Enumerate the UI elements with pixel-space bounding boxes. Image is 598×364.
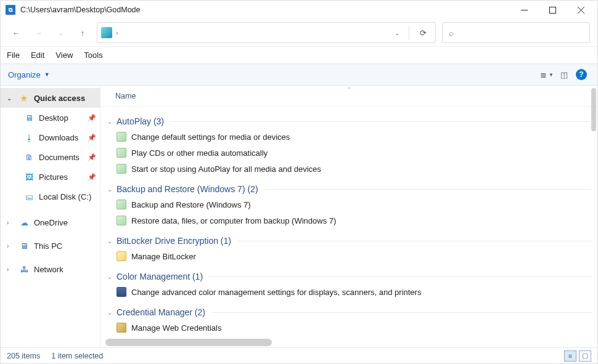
sidebar-item-network[interactable]: › 🖧 Network	[1, 259, 100, 279]
titlebar: ⧉ C:\Users\avram\Desktop\GodMode	[1, 1, 597, 19]
maximize-button[interactable]	[538, 1, 567, 19]
group-header[interactable]: ⌄BitLocker Drive Encryption (1)	[105, 233, 592, 248]
sidebar-item-desktop[interactable]: 🖥 Desktop 📌	[1, 108, 100, 127]
pin-icon: 📌	[88, 114, 96, 122]
help-button[interactable]: ?	[573, 66, 590, 83]
item-label: Manage Web Credentials	[131, 323, 221, 333]
group-header[interactable]: ⌄Color Management (1)	[105, 269, 592, 284]
horizontal-scrollbar[interactable]	[105, 339, 272, 346]
group-header[interactable]: ⌄AutoPlay (3)	[105, 114, 592, 129]
control-panel-icon	[117, 251, 126, 261]
status-selection: 1 item selected	[51, 352, 103, 360]
forward-button[interactable]: →	[30, 25, 46, 41]
item-label: Start or stop using AutoPlay for all med…	[131, 164, 321, 174]
sidebar-item-documents[interactable]: 🗎 Documents 📌	[1, 147, 100, 167]
list-item[interactable]: Restore data, files, or computer from ba…	[105, 212, 592, 229]
control-panel-icon	[117, 323, 126, 333]
item-label: Change advanced color management setting…	[131, 288, 421, 297]
download-icon: ⭳	[24, 132, 34, 142]
star-icon: ★	[19, 93, 29, 103]
control-panel-icon	[117, 216, 126, 225]
recent-dropdown[interactable]: ⌄	[52, 25, 68, 41]
sidebar-item-downloads[interactable]: ⭳ Downloads 📌	[1, 127, 100, 147]
address-bar[interactable]: › ⌄ ⟳	[97, 22, 436, 43]
list-item[interactable]: Change default settings for media or dev…	[105, 129, 592, 145]
explorer-window: ⧉ C:\Users\avram\Desktop\GodMode ← → ⌄ ↑…	[0, 0, 598, 364]
menubar: File Edit View Tools	[1, 46, 597, 63]
address-dropdown-icon[interactable]: ⌄	[390, 30, 404, 36]
pin-icon: 📌	[88, 153, 96, 161]
chevron-down-icon: ⌄	[105, 238, 114, 245]
group-header[interactable]: ⌄Backup and Restore (Windows 7) (2)	[105, 182, 592, 196]
view-options-button[interactable]: ≣ ▼	[538, 66, 555, 83]
pin-icon: 📌	[88, 173, 96, 181]
breadcrumb-separator-icon: ›	[116, 29, 118, 36]
close-button[interactable]	[567, 1, 595, 19]
control-panel-icon	[117, 287, 126, 297]
navigation-pane: ⌄ ★ Quick access 🖥 Desktop 📌 ⭳ Downloads…	[1, 86, 100, 347]
drive-icon: 🖴	[24, 192, 34, 201]
group-name: AutoPlay (3)	[117, 116, 164, 126]
app-icon: ⧉	[6, 5, 15, 15]
thumbnails-view-button[interactable]: ▢	[579, 350, 591, 362]
column-header-name[interactable]: ˄ Name	[100, 86, 597, 107]
command-bar: Organize ▼ ≣ ▼ ◫ ?	[1, 63, 597, 86]
details-view-button[interactable]: ≡	[564, 350, 576, 362]
up-button[interactable]: ↑	[75, 25, 91, 41]
control-panel-icon	[117, 164, 126, 174]
pictures-icon: 🖼	[24, 172, 34, 182]
network-icon: 🖧	[19, 264, 29, 274]
item-label: Change default settings for media or dev…	[131, 132, 290, 142]
chevron-right-icon: ›	[7, 219, 14, 226]
search-icon: ⌕	[449, 28, 454, 38]
control-panel-icon	[117, 132, 126, 142]
cloud-icon: ☁	[19, 217, 29, 227]
list-icon: ≣	[540, 70, 547, 79]
document-icon: 🗎	[24, 152, 34, 162]
list-item[interactable]: Change advanced color management setting…	[105, 284, 592, 300]
search-input[interactable]: ⌕	[442, 22, 590, 43]
svg-rect-1	[549, 7, 555, 13]
sidebar-item-this-pc[interactable]: › 🖥 This PC	[1, 236, 100, 256]
sort-ascending-icon: ˄	[348, 87, 351, 93]
menu-file[interactable]: File	[7, 51, 20, 60]
refresh-button[interactable]: ⟳	[414, 28, 432, 38]
chevron-right-icon: ›	[7, 243, 14, 249]
status-item-count: 205 items	[7, 352, 40, 360]
list-item[interactable]: Manage Web Credentials	[105, 320, 592, 336]
control-panel-icon	[117, 200, 126, 209]
group-name: BitLocker Drive Encryption (1)	[117, 236, 231, 246]
back-button[interactable]: ←	[8, 25, 24, 41]
sidebar-quick-access[interactable]: ⌄ ★ Quick access	[1, 88, 100, 108]
group-header[interactable]: ⌄Credential Manager (2)	[105, 305, 592, 320]
chevron-down-icon: ⌄	[7, 95, 14, 102]
nav-toolbar: ← → ⌄ ↑ › ⌄ ⟳ ⌕	[1, 19, 597, 46]
preview-pane-button[interactable]: ◫	[555, 66, 573, 83]
sidebar-item-local-disk[interactable]: 🖴 Local Disk (C:)	[1, 187, 100, 206]
chevron-down-icon: ⌄	[105, 309, 114, 316]
minimize-button[interactable]	[510, 1, 538, 19]
list-item[interactable]: Backup and Restore (Windows 7)	[105, 196, 592, 212]
item-list: ⌄AutoPlay (3)Change default settings for…	[100, 107, 592, 347]
menu-edit[interactable]: Edit	[31, 51, 44, 60]
menu-view[interactable]: View	[55, 51, 73, 60]
chevron-down-icon: ⌄	[105, 186, 114, 193]
sidebar-item-pictures[interactable]: 🖼 Pictures 📌	[1, 167, 100, 187]
chevron-down-icon: ▼	[44, 71, 50, 78]
chevron-down-icon: ⌄	[105, 118, 114, 125]
menu-tools[interactable]: Tools	[84, 51, 102, 60]
group-name: Color Management (1)	[117, 272, 203, 281]
chevron-right-icon: ›	[7, 266, 14, 273]
status-bar: 205 items 1 item selected ≡ ▢	[1, 347, 597, 363]
control-panel-icon	[117, 148, 126, 158]
organize-button[interactable]: Organize ▼	[8, 70, 50, 79]
window-title: C:\Users\avram\Desktop\GodMode	[20, 6, 141, 14]
list-item[interactable]: Start or stop using AutoPlay for all med…	[105, 161, 592, 177]
pane-icon: ◫	[560, 70, 568, 79]
sidebar-item-onedrive[interactable]: › ☁ OneDrive	[1, 212, 100, 232]
item-label: Restore data, files, or computer from ba…	[131, 216, 336, 225]
content-pane: ˄ Name ⌄AutoPlay (3)Change default setti…	[100, 86, 597, 347]
list-item[interactable]: Manage BitLocker	[105, 248, 592, 264]
chevron-down-icon: ⌄	[105, 273, 114, 280]
list-item[interactable]: Play CDs or other media automatically	[105, 145, 592, 161]
